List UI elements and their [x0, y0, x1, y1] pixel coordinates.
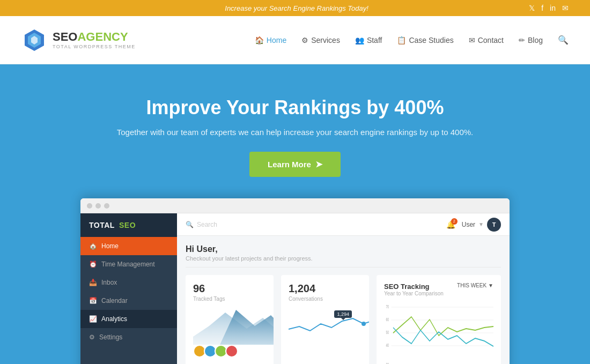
svg-text:60: 60	[386, 316, 389, 322]
nav-staff[interactable]: 👥 Staff	[355, 36, 382, 44]
logo-icon	[21, 27, 47, 53]
learn-more-button[interactable]: Learn More ➤	[249, 152, 341, 177]
sidebar-item-calendar[interactable]: 📅 Calendar	[80, 292, 177, 310]
mountain-chart	[193, 307, 266, 339]
dashboard-sidebar: TOTAL SEO 🏠 Home ⏰ Time Management 📥 Inb…	[80, 213, 177, 364]
facebook-icon[interactable]: f	[541, 4, 543, 12]
linkedin-icon[interactable]: in	[550, 4, 556, 12]
top-bar-social-icons: 𝕏 f in ✉	[529, 4, 569, 12]
case-studies-icon: 📋	[397, 36, 406, 44]
sidebar-item-home[interactable]: 🏠 Home	[80, 237, 177, 255]
logo-seo: SEO	[53, 30, 77, 43]
seo-tracking-card: SEO Tracking Year to Year Comparison THI…	[377, 275, 501, 364]
logo-agency: AGENCY	[77, 30, 128, 43]
top-bar: Increase your Search Engine Rankings Tod…	[0, 0, 590, 16]
tracked-tags-label: Tracked Tags	[193, 296, 266, 302]
sidebar-item-time-management[interactable]: ⏰ Time Management	[80, 255, 177, 273]
dashboard-preview: TOTAL SEO 🏠 Home ⏰ Time Management 📥 Inb…	[80, 198, 510, 364]
logo-text: SEOAGENCY TOTAL WORDPRESS THEME	[53, 31, 136, 49]
search-icon-small: 🔍	[186, 221, 194, 228]
svg-text:40: 40	[386, 342, 389, 348]
sidebar-header: TOTAL SEO	[80, 213, 177, 237]
nav-contact[interactable]: ✉ Contact	[469, 36, 504, 44]
dashboard-search[interactable]: 🔍 Search	[186, 221, 441, 228]
seo-card-subtitle: Year to Year Comparison	[384, 291, 444, 296]
window-titlebar	[80, 198, 510, 213]
staff-icon: 👥	[355, 36, 364, 44]
twitter-icon[interactable]: 𝕏	[529, 4, 535, 12]
contact-icon: ✉	[469, 36, 475, 44]
hero-section: Improve Your Rankings by 400% Together w…	[0, 64, 590, 364]
greeting-divider	[186, 267, 501, 268]
tracked-tags-card: 96 Tracked Tags	[186, 275, 274, 364]
sidebar-item-settings[interactable]: ⚙ Settings	[80, 328, 177, 346]
user-menu[interactable]: User ▼ T	[462, 218, 501, 232]
topbar-right: 🔔 2 User ▼ T	[446, 218, 501, 232]
hero-subtitle: Together with our team of experts we can…	[117, 128, 474, 137]
email-icon[interactable]: ✉	[562, 4, 569, 12]
seo-chart-svg: 70 60 50 40 20	[384, 301, 493, 364]
logo-subtitle: TOTAL WORDPRESS THEME	[53, 44, 136, 49]
sidebar-item-analytics[interactable]: 📈 Analytics	[80, 310, 177, 328]
conversations-card: 1,204 Conversations 1,294	[281, 275, 369, 364]
search-icon[interactable]: 🔍	[558, 35, 569, 45]
dashboard-main: 🔍 Search 🔔 2 User ▼ T	[177, 213, 510, 364]
sidebar-seo: SEO	[119, 221, 136, 229]
window-dot-1	[87, 203, 92, 209]
window-dot-2	[95, 203, 101, 209]
arrow-right-icon: ➤	[315, 159, 322, 169]
notification-bell[interactable]: 🔔 2	[446, 220, 455, 229]
sidebar-item-inbox[interactable]: 📥 Inbox	[80, 273, 177, 292]
seo-period-selector[interactable]: THIS WEEK ▼	[457, 283, 493, 288]
tracked-tags-number: 96	[193, 283, 266, 295]
nav-blog[interactable]: ✏ Blog	[519, 36, 543, 44]
header: SEOAGENCY TOTAL WORDPRESS THEME 🏠 Home ⚙…	[0, 16, 590, 64]
avatar-row	[193, 345, 266, 358]
main-nav: 🏠 Home ⚙ Services 👥 Staff 📋 Case Studies…	[255, 35, 569, 45]
home-icon: 🏠	[255, 36, 264, 44]
user-avatar: T	[487, 218, 501, 232]
chevron-icon: ▼	[488, 283, 493, 288]
dashboard-topbar: 🔍 Search 🔔 2 User ▼ T	[177, 213, 510, 236]
svg-text:70: 70	[386, 303, 389, 309]
conversations-svg	[289, 310, 369, 337]
sidebar-calendar-icon: 📅	[89, 297, 97, 304]
svg-point-5	[362, 322, 366, 326]
services-icon: ⚙	[301, 36, 308, 44]
conversations-number: 1,204	[289, 283, 362, 295]
conversations-label: Conversations	[289, 296, 362, 302]
nav-case-studies[interactable]: 📋 Case Studies	[397, 36, 453, 44]
avatar-4	[225, 345, 238, 358]
notification-badge: 2	[451, 218, 458, 225]
sidebar-total: TOTAL	[89, 221, 115, 229]
nav-services[interactable]: ⚙ Services	[301, 36, 340, 44]
sidebar-analytics-icon: 📈	[89, 315, 97, 323]
greeting-section: Hi User, Checkout your latest projects a…	[186, 244, 501, 268]
dashboard-body: TOTAL SEO 🏠 Home ⏰ Time Management 📥 Inb…	[80, 213, 510, 364]
sidebar-inbox-icon: 📥	[89, 279, 97, 286]
sidebar-time-icon: ⏰	[89, 261, 97, 268]
seo-card-header: SEO Tracking Year to Year Comparison THI…	[384, 283, 493, 296]
logo: SEOAGENCY TOTAL WORDPRESS THEME	[21, 27, 136, 53]
greeting-hi: Hi User,	[186, 244, 501, 254]
hero-title: Improve Your Rankings by 400%	[146, 96, 444, 119]
chevron-down-icon: ▼	[478, 221, 484, 227]
blog-icon: ✏	[519, 36, 525, 44]
mountain-svg	[193, 307, 274, 345]
chart-tooltip: 1,294	[334, 310, 352, 318]
svg-text:20: 20	[386, 361, 389, 364]
seo-card-title: SEO Tracking	[384, 283, 444, 291]
sidebar-settings-icon: ⚙	[89, 333, 95, 341]
search-placeholder: Search	[197, 221, 217, 228]
dashboard-cards: 96 Tracked Tags	[186, 275, 501, 364]
sidebar-menu: 🏠 Home ⏰ Time Management 📥 Inbox 📅 Calen…	[80, 237, 177, 346]
top-bar-message: Increase your Search Engine Rankings Tod…	[64, 4, 529, 12]
seo-card-title-group: SEO Tracking Year to Year Comparison	[384, 283, 444, 296]
nav-home[interactable]: 🏠 Home	[255, 36, 286, 44]
greeting-sub: Checkout your latest projects and their …	[186, 255, 501, 262]
conversations-chart: 1,294	[289, 310, 362, 337]
window-dot-3	[104, 203, 109, 209]
svg-text:50: 50	[386, 329, 389, 335]
dashboard-content: Hi User, Checkout your latest projects a…	[177, 236, 510, 364]
sidebar-home-icon: 🏠	[89, 242, 97, 250]
